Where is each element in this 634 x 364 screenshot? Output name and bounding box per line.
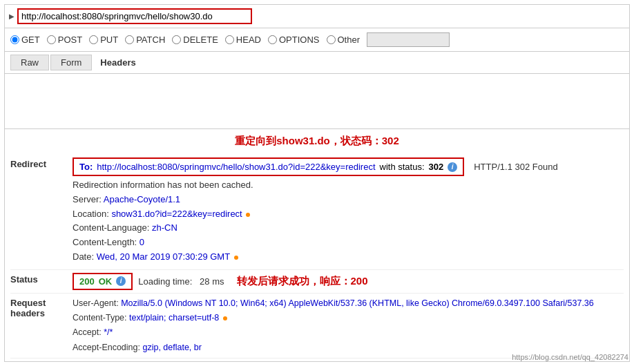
redirect-line-2: Location: show31.do?id=222&key=redirect — [73, 207, 624, 222]
redirect-row: Redirect To: http://localhost:8080/sprin… — [10, 155, 624, 270]
forward-title: 转发后请求成功，响应：200 — [237, 275, 368, 288]
content-lang-val: zh-CN — [152, 222, 177, 233]
date-val: Wed, 20 Mar 2019 07:30:29 GMT — [97, 251, 230, 262]
url-bar: ▶ — [5, 5, 629, 28]
status-label: Status — [10, 273, 73, 285]
method-delete-label: DELETE — [183, 35, 218, 45]
orange-dot-ct — [223, 316, 227, 320]
method-row: GET POST PUT PATCH DELETE HEAD OPTIONS — [5, 28, 629, 52]
server-key: Server: — [73, 194, 104, 204]
request-headers-label: Request headers — [10, 296, 73, 318]
method-put[interactable]: PUT — [89, 35, 118, 45]
method-other-label: Other — [338, 35, 361, 45]
status-box: 200 OK i — [73, 273, 133, 290]
req-header-line-0: User-Agent: Mozilla/5.0 (Windows NT 10.0… — [73, 296, 624, 311]
method-get[interactable]: GET — [10, 35, 40, 45]
main-container: ▶ GET POST PUT PATCH DELETE HEAD — [4, 4, 630, 362]
location-val: show31.do?id=222&key=redirect — [111, 209, 242, 219]
orange-dot-location — [246, 213, 250, 217]
tab-form[interactable]: Form — [50, 55, 92, 70]
redirect-label: Redirect — [10, 157, 73, 169]
content-length-val: 0 — [140, 237, 144, 247]
server-val: Apache-Coyote/1.1 — [104, 194, 180, 204]
method-post-radio[interactable] — [47, 35, 56, 44]
method-head-label: HEAD — [236, 35, 261, 45]
watermark: https://blog.csdn.net/qq_42082274 — [512, 353, 628, 361]
redirect-response-info: Redirection information has not been cac… — [73, 176, 624, 267]
redirect-to-label: To: — [79, 162, 93, 172]
url-input[interactable] — [17, 8, 252, 24]
ua-key: User-Agent: — [73, 298, 121, 308]
request-headers-value: User-Agent: Mozilla/5.0 (Windows NT 10.0… — [73, 296, 624, 355]
other-input[interactable] — [367, 32, 450, 47]
tab-raw[interactable]: Raw — [10, 55, 49, 70]
method-get-label: GET — [21, 35, 40, 45]
method-patch-radio[interactable] — [125, 35, 134, 44]
method-other[interactable]: Other — [327, 35, 361, 45]
accept-enc-val: gzip, deflate, br — [142, 343, 201, 352]
status-row: Status 200 OK i Loading time: 28 ms 转发后请… — [10, 270, 624, 294]
status-ok: OK — [99, 276, 113, 287]
method-other-radio[interactable] — [327, 35, 336, 44]
method-post-label: POST — [58, 35, 82, 45]
expand-icon[interactable]: ▶ — [9, 12, 15, 20]
info-section: Redirect To: http://localhost:8080/sprin… — [5, 152, 629, 361]
loading-time: Loading time: 28 ms — [138, 276, 224, 287]
method-head-radio[interactable] — [225, 35, 234, 44]
status-info-icon[interactable]: i — [116, 276, 126, 286]
status-code: 200 — [79, 276, 95, 287]
accept-key: Accept: — [73, 327, 104, 337]
redirect-line-1: Server: Apache-Coyote/1.1 — [73, 193, 624, 207]
method-head[interactable]: HEAD — [225, 35, 261, 45]
ua-val: Mozilla/5.0 (Windows NT 10.0; Win64; x64… — [121, 298, 594, 308]
accept-enc-key: Accept-Encoding: — [73, 343, 142, 352]
method-delete-radio[interactable] — [172, 35, 181, 44]
req-header-line-1: Content-Type: text/plain; charset=utf-8 — [73, 311, 624, 325]
redirect-title: 重定向到show31.do，状态码：302 — [5, 129, 629, 152]
orange-dot-date — [234, 256, 238, 260]
method-patch-label: PATCH — [136, 35, 165, 45]
method-put-label: PUT — [100, 35, 118, 45]
redirect-line-0: Redirection information has not been cac… — [73, 178, 624, 193]
ct-key: Content-Type: — [73, 313, 129, 323]
content-area — [5, 74, 629, 129]
http-found: HTTP/1.1 302 Found — [474, 162, 557, 172]
method-options[interactable]: OPTIONS — [268, 35, 320, 45]
redirect-box: To: http://localhost:8080/springmvc/hell… — [73, 157, 464, 176]
method-put-radio[interactable] — [89, 35, 98, 44]
tabs-row: Raw Form Headers — [5, 52, 629, 74]
status-row-outer: 200 OK i Loading time: 28 ms 转发后请求成功，响应：… — [73, 273, 624, 290]
method-options-radio[interactable] — [268, 35, 277, 44]
redirect-url: http://localhost:8080/springmvc/hello/sh… — [97, 162, 375, 172]
method-delete[interactable]: DELETE — [172, 35, 218, 45]
status-value: 200 OK i Loading time: 28 ms 转发后请求成功，响应：… — [73, 273, 624, 290]
ct-val: text/plain; charset=utf-8 — [129, 313, 219, 323]
location-key: Location: — [73, 209, 111, 219]
accept-val: */* — [104, 327, 113, 337]
loading-label: Loading time: — [138, 276, 192, 287]
redirect-line-4: Content-Length: 0 — [73, 236, 624, 250]
redirect-with-status: with status: — [380, 162, 425, 172]
redirect-line-3: Content-Language: zh-CN — [73, 221, 624, 236]
redirect-line-5: Date: Wed, 20 Mar 2019 07:30:29 GMT — [73, 250, 624, 265]
method-post[interactable]: POST — [47, 35, 82, 45]
method-options-label: OPTIONS — [279, 35, 320, 45]
method-patch[interactable]: PATCH — [125, 35, 165, 45]
method-get-radio[interactable] — [10, 35, 19, 44]
tab-headers[interactable]: Headers — [93, 55, 142, 70]
redirect-status-num: 302 — [429, 162, 444, 172]
redirect-info-icon[interactable]: i — [448, 162, 457, 172]
req-header-line-2: Accept: */* — [73, 325, 624, 340]
request-headers-row: Request headers User-Agent: Mozilla/5.0 … — [10, 294, 624, 358]
content-lang-key: Content-Language: — [73, 222, 152, 233]
redirect-value: To: http://localhost:8080/springmvc/hell… — [73, 157, 624, 267]
content-length-key: Content-Length: — [73, 237, 140, 247]
loading-time-value: 28 ms — [200, 276, 224, 287]
date-key: Date: — [73, 251, 97, 262]
